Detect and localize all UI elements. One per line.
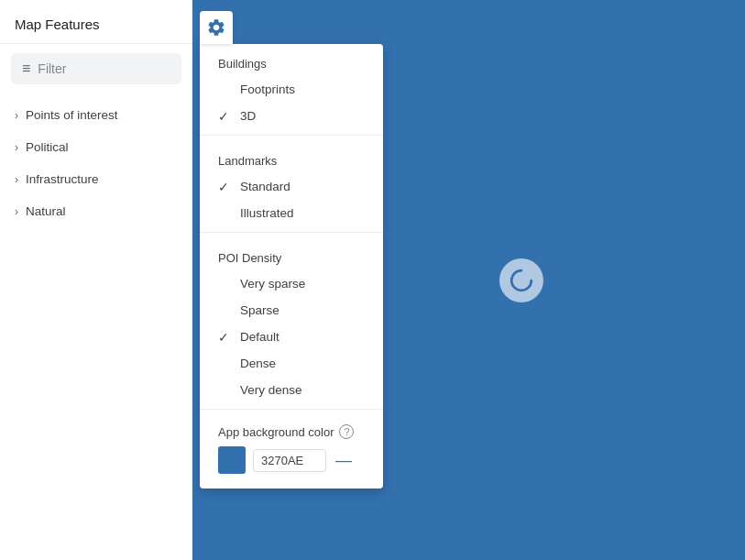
divider [200, 135, 383, 136]
chevron-icon: › [15, 109, 18, 122]
checkmark-icon: ✓ [218, 109, 229, 124]
sidebar-item-label: Points of interest [26, 108, 118, 122]
help-icon[interactable]: ? [339, 424, 354, 439]
chevron-icon: › [15, 205, 18, 218]
dense-label: Dense [240, 357, 276, 370]
checkmark-icon: ✓ [218, 180, 229, 194]
sidebar-items-list: › Points of interest › Political › Infra… [0, 93, 192, 233]
color-hex-input[interactable] [253, 449, 326, 472]
dropdown-item-3d[interactable]: ✓ 3D [200, 103, 383, 129]
very-dense-label: Very dense [240, 383, 302, 397]
landmarks-section-title: Landmarks [200, 141, 383, 173]
footprints-label: Footprints [240, 82, 295, 96]
3d-label: 3D [240, 109, 256, 123]
sidebar-item-political[interactable]: › Political [0, 131, 192, 163]
sidebar-item-label: Infrastructure [26, 172, 99, 186]
color-swatch[interactable] [218, 446, 246, 474]
checkmark-icon: ✓ [218, 330, 229, 345]
settings-gear-button[interactable] [200, 11, 233, 44]
buildings-section-title: Buildings [200, 44, 383, 76]
sidebar-item-label: Natural [26, 204, 66, 218]
app-background-section: App background color ? — [200, 415, 383, 474]
dropdown-item-footprints[interactable]: Footprints [200, 76, 383, 103]
app-background-label: App background color [218, 425, 334, 439]
sidebar-item-infrastructure[interactable]: › Infrastructure [0, 163, 192, 195]
divider [200, 409, 383, 410]
settings-dropdown: Buildings Footprints ✓ 3D Landmarks ✓ St… [200, 44, 383, 489]
dropdown-item-very-sparse[interactable]: Very sparse [200, 270, 383, 297]
dropdown-item-dense[interactable]: Dense [200, 350, 383, 377]
dropdown-item-sparse[interactable]: Sparse [200, 297, 383, 324]
very-sparse-label: Very sparse [240, 277, 305, 291]
divider [200, 232, 383, 233]
default-label: Default [240, 330, 279, 344]
chevron-icon: › [15, 173, 18, 186]
dropdown-item-very-dense[interactable]: Very dense [200, 377, 383, 403]
app-background-controls: — [218, 446, 365, 474]
standard-label: Standard [240, 180, 290, 193]
sidebar-item-label: Political [26, 140, 69, 154]
app-background-label-row: App background color ? [218, 424, 365, 439]
sidebar-item-poi[interactable]: › Points of interest [0, 99, 192, 131]
map-loading-spinner [499, 258, 543, 302]
sparse-label: Sparse [240, 303, 279, 317]
gear-icon [206, 17, 226, 38]
dropdown-item-standard[interactable]: ✓ Standard [200, 173, 383, 200]
chevron-icon: › [15, 141, 18, 154]
sidebar: Map Features ≡ Filter › Points of intere… [0, 0, 192, 560]
sidebar-title: Map Features [0, 0, 192, 44]
dropdown-item-default[interactable]: ✓ Default [200, 324, 383, 350]
filter-input[interactable]: ≡ Filter [11, 53, 181, 84]
filter-placeholder: Filter [38, 61, 66, 76]
dropdown-item-illustrated[interactable]: Illustrated [200, 200, 383, 226]
color-reset-button[interactable]: — [335, 452, 352, 468]
sidebar-item-natural[interactable]: › Natural [0, 195, 192, 227]
illustrated-label: Illustrated [240, 206, 294, 220]
poi-density-section-title: POI Density [200, 238, 383, 270]
filter-icon: ≡ [22, 60, 30, 77]
